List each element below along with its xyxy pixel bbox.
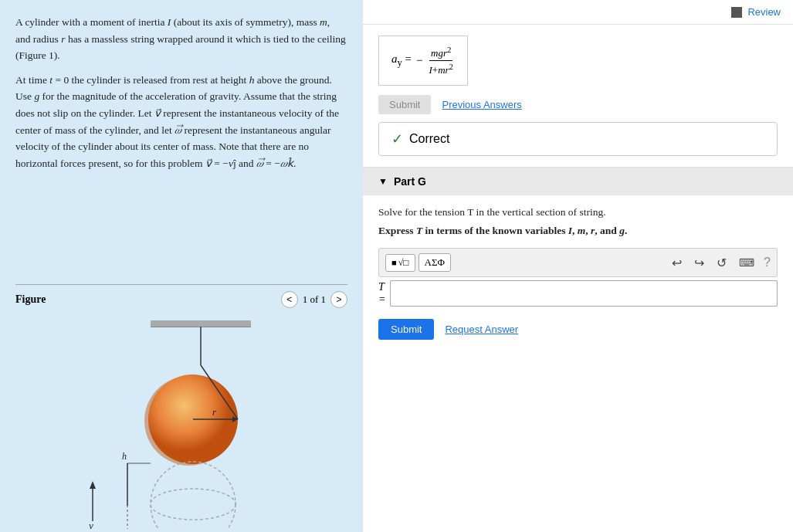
correct-box: ✓ Correct	[378, 122, 778, 156]
action-row: Submit Request Answer	[378, 319, 778, 340]
review-label: Review	[747, 6, 781, 18]
svg-rect-1	[151, 320, 251, 327]
part-g-submit-button[interactable]: Submit	[378, 319, 434, 340]
part-g-header[interactable]: ▼ Part G	[363, 168, 793, 195]
svg-point-15	[151, 489, 236, 520]
part-g-description: Solve for the tension T in the vertical …	[378, 206, 778, 219]
problem-paragraph-2: At time t = 0 the cylinder is released f…	[15, 72, 347, 172]
formula-fraction: mgr2 I+mr2	[427, 44, 455, 77]
figure-illustration: r h y	[15, 313, 347, 529]
formula-display: ay = − mgr2 I+mr2	[391, 44, 455, 77]
answer-input[interactable]	[390, 280, 778, 307]
submit-row: Submit Previous Answers	[378, 95, 778, 114]
help-icon: ?	[764, 256, 771, 269]
answer-input-row: T=	[378, 280, 778, 307]
figure-prev-btn[interactable]: <	[281, 291, 298, 308]
review-link[interactable]: Review	[731, 6, 781, 18]
answer-variable: T=	[378, 281, 385, 307]
problem-paragraph-1: A cylinder with a moment of inertia I (a…	[15, 14, 347, 64]
refresh-btn[interactable]: ↺	[713, 254, 730, 272]
math-toolbar: ■ √□ ΑΣΦ ↩ ↪ ↺ ⌨ ?	[378, 248, 778, 277]
math-toolbar-right: ↩ ↪ ↺ ⌨ ?	[669, 254, 771, 272]
part-g-content: Solve for the tension T in the vertical …	[363, 195, 793, 351]
formula-minus: −	[416, 54, 422, 67]
redo-btn[interactable]: ↪	[691, 254, 707, 272]
part-g-label: Part G	[394, 175, 426, 188]
prev-answers-link[interactable]: Previous Answers	[442, 99, 521, 110]
part-g-expression: Express T in terms of the known variable…	[378, 225, 778, 237]
matrix-sqrt-btn[interactable]: ■ √□	[385, 254, 415, 272]
submit-button-disabled[interactable]: Submit	[378, 95, 431, 114]
request-answer-link[interactable]: Request Answer	[445, 324, 518, 335]
formula-numerator: mgr2	[429, 44, 452, 61]
answer-section: ay = − mgr2 I+mr2 Submit Previous Answer…	[363, 25, 793, 168]
undo-btn[interactable]: ↩	[669, 254, 685, 272]
figure-nav: < 1 of 1 >	[281, 291, 347, 308]
formula-denominator: I+mr2	[427, 61, 455, 77]
sqrt-icon: √□	[398, 257, 409, 269]
svg-text:y: y	[87, 520, 93, 529]
checkmark-icon: ✓	[391, 130, 403, 147]
right-panel: Review ay = − mgr2 I+mr2 Submit Previous…	[363, 0, 793, 532]
review-icon	[731, 7, 742, 18]
figure-nav-text: 1 of 1	[303, 293, 326, 306]
keyboard-btn[interactable]: ⌨	[736, 255, 757, 270]
figure-label: Figure	[15, 293, 46, 306]
figure-section: Figure < 1 of 1 >	[15, 284, 347, 532]
problem-text: A cylinder with a moment of inertia I (a…	[15, 14, 347, 179]
svg-text:h: h	[122, 451, 127, 462]
correct-label: Correct	[409, 132, 449, 146]
matrix-icon: ■	[391, 258, 397, 267]
figure-next-btn[interactable]: >	[330, 291, 347, 308]
left-panel: A cylinder with a moment of inertia I (a…	[0, 0, 363, 532]
formula-lhs: ay =	[391, 53, 412, 69]
review-bar: Review	[363, 0, 793, 25]
svg-point-14	[151, 462, 236, 529]
figure-header: Figure < 1 of 1 >	[15, 291, 347, 308]
greek-btn[interactable]: ΑΣΦ	[419, 253, 451, 272]
part-g-collapse-icon: ▼	[378, 176, 388, 187]
formula-box: ay = − mgr2 I+mr2	[378, 36, 468, 86]
math-toolbar-left: ■ √□ ΑΣΦ	[385, 253, 451, 272]
svg-marker-12	[90, 481, 96, 489]
